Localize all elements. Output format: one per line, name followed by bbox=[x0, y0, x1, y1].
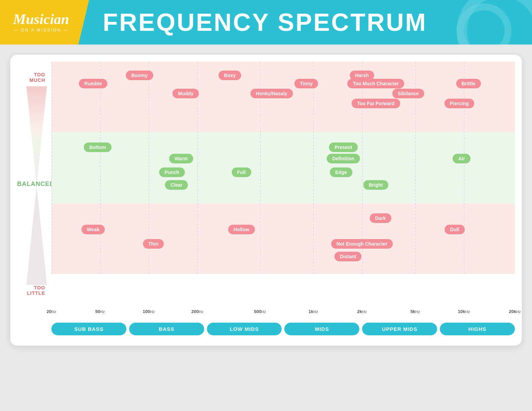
frequency-tag: Boxy bbox=[219, 71, 241, 80]
frequency-tag: Brittle bbox=[456, 79, 481, 88]
page-title: FREQUENCY SPECTRUM bbox=[89, 8, 427, 36]
logo: Musician — ON A MISSION — bbox=[0, 0, 89, 45]
svg-marker-0 bbox=[26, 86, 47, 186]
frequency-tag: Sibilance bbox=[392, 89, 424, 98]
freq-labels: 20Hz50Hz100Hz200Hz500Hz1kHz2kHz5kHz10kHz… bbox=[51, 309, 515, 319]
frequency-tag: Present bbox=[329, 142, 358, 152]
frequency-tag: Not Enough Character bbox=[331, 239, 393, 249]
frequency-tag: Piercing bbox=[444, 99, 474, 108]
band-tag: MIDS bbox=[284, 323, 359, 335]
frequency-tag: Hollow bbox=[228, 225, 255, 234]
frequency-tag: Clear bbox=[165, 180, 188, 190]
frequency-tag: Bright bbox=[363, 180, 388, 190]
main-card: TOO MUCH bbox=[10, 55, 522, 346]
too-much-label: TOO MUCH bbox=[17, 72, 49, 83]
logo-sub: — ON A MISSION — bbox=[14, 28, 69, 33]
freq-label: 2kHz bbox=[357, 309, 367, 314]
frequency-tag: Edge bbox=[330, 167, 352, 177]
band-labels: SUB BASSBASSLOW MIDSMIDSUPPER MIDSHIGHS bbox=[17, 323, 515, 335]
header: Musician — ON A MISSION — FREQUENCY SPEC… bbox=[0, 0, 532, 45]
too-little-label: TOO LITTLE bbox=[17, 285, 49, 296]
freq-label: 1kHz bbox=[308, 309, 318, 314]
frequency-tag: Weak bbox=[82, 225, 105, 234]
frequency-tag: Dark bbox=[370, 213, 391, 223]
frequency-tag: Dull bbox=[445, 225, 465, 234]
band-tag: SUB BASS bbox=[51, 323, 126, 335]
freq-label: 10kHz bbox=[458, 309, 470, 314]
band-tag: LOW MIDS bbox=[207, 323, 282, 335]
freq-label: 20Hz bbox=[47, 309, 56, 314]
frequency-tag: Punch bbox=[159, 167, 185, 177]
frequency-tag: Full bbox=[232, 167, 251, 177]
decorative-circles bbox=[429, 0, 532, 45]
frequency-tag: Too Far Forward bbox=[351, 99, 400, 108]
frequency-tag: Bottom bbox=[84, 142, 112, 152]
freq-label: 200Hz bbox=[191, 309, 203, 314]
freq-label: 50Hz bbox=[95, 309, 105, 314]
svg-marker-1 bbox=[26, 186, 47, 285]
logo-main: Musician bbox=[13, 12, 69, 26]
frequency-tag: Tinny bbox=[295, 79, 318, 88]
frequency-tag: Rumble bbox=[79, 79, 107, 88]
frequency-tag: Definition bbox=[327, 154, 360, 163]
band-row: SUB BASSBASSLOW MIDSMIDSUPPER MIDSHIGHS bbox=[51, 323, 515, 335]
freq-label: 20kHz bbox=[509, 309, 521, 314]
frequency-tag: Air bbox=[453, 154, 470, 163]
left-axis: TOO MUCH bbox=[17, 62, 51, 306]
band-tag: UPPER MIDS bbox=[362, 323, 437, 335]
frequency-tag: Too Much Character bbox=[347, 79, 404, 88]
chart-area: TOO MUCH bbox=[17, 62, 515, 306]
freq-label: 5kHz bbox=[410, 309, 420, 314]
frequency-tag: Warm bbox=[169, 154, 193, 163]
band-tag: BASS bbox=[129, 323, 204, 335]
frequency-tag: Thin bbox=[143, 239, 164, 249]
grid-area: BoomyBoxyHarshRumbleTinnyToo Much Charac… bbox=[51, 62, 515, 274]
frequency-tag: Distant bbox=[334, 252, 361, 261]
freq-axis: 20Hz50Hz100Hz200Hz500Hz1kHz2kHz5kHz10kHz… bbox=[17, 309, 515, 319]
frequency-tag: Muddy bbox=[173, 89, 199, 98]
band-tag: HIGHS bbox=[440, 323, 515, 335]
freq-label: 100Hz bbox=[143, 309, 155, 314]
frequency-tag: Honky/Nasaly bbox=[250, 89, 293, 98]
tags-container: BoomyBoxyHarshRumbleTinnyToo Much Charac… bbox=[51, 62, 515, 274]
frequency-tag: Boomy bbox=[126, 71, 153, 80]
freq-label: 500Hz bbox=[254, 309, 266, 314]
